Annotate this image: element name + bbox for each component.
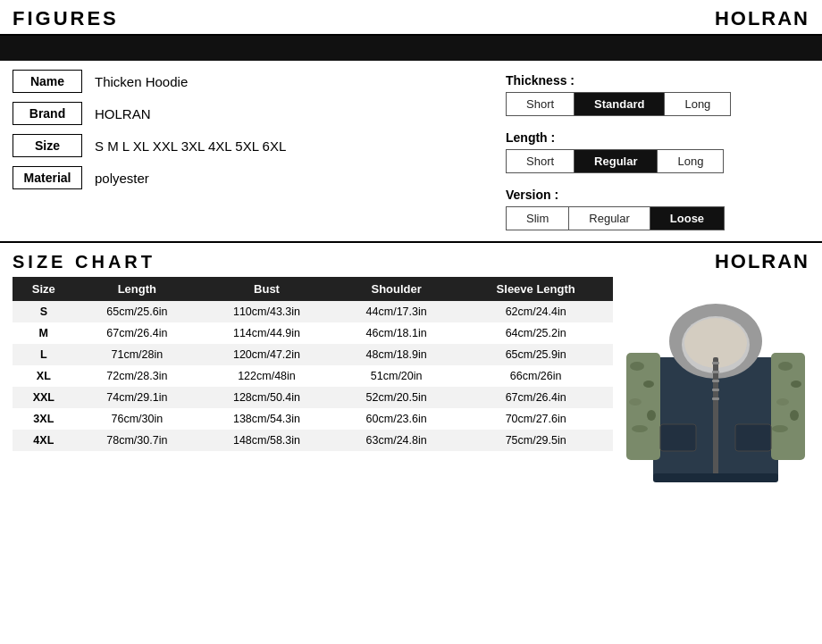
data-cell: 70cm/27.6in xyxy=(458,408,613,430)
field-value-material: polyester xyxy=(95,171,149,186)
option-buttons-2: SlimRegularLoose xyxy=(506,206,725,230)
svg-rect-24 xyxy=(653,473,778,482)
size-cell: XL xyxy=(13,365,75,387)
size-table-body: S65cm/25.6in110cm/43.3in44cm/17.3in62cm/… xyxy=(13,301,613,451)
col-header-bust: Bust xyxy=(199,277,334,301)
data-cell: 66cm/26in xyxy=(458,365,613,387)
option-group-2: Version :SlimRegularLoose xyxy=(506,188,809,230)
option-group-1: Length :ShortRegularLong xyxy=(506,130,809,173)
data-cell: 48cm/18.9in xyxy=(334,344,458,365)
field-label-brand: Brand xyxy=(13,102,82,125)
data-cell: 65cm/25.6in xyxy=(75,301,199,322)
size-cell: 4XL xyxy=(13,430,75,451)
field-row: NameThicken Hoodie xyxy=(13,70,506,93)
svg-rect-22 xyxy=(660,424,696,451)
data-cell: 62cm/24.4in xyxy=(458,301,613,322)
data-cell: 75cm/29.5in xyxy=(458,430,613,451)
figures-fields: NameThicken HoodieBrandHOLRANSizeS M L X… xyxy=(13,70,506,232)
svg-rect-19 xyxy=(712,380,719,382)
svg-rect-21 xyxy=(712,397,719,400)
field-value-size: S M L XL XXL 3XL 4XL 5XL 6XL xyxy=(95,138,286,154)
svg-point-6 xyxy=(647,410,656,421)
field-row: SizeS M L XL XXL 3XL 4XL 5XL 6XL xyxy=(13,134,506,157)
svg-point-11 xyxy=(790,410,799,421)
field-label-name: Name xyxy=(13,70,82,93)
data-cell: 78cm/30.7in xyxy=(75,430,199,451)
data-cell: 52cm/20.5in xyxy=(334,387,458,408)
figures-options: Thickness :ShortStandardLongLength :Shor… xyxy=(506,70,809,232)
option-btn-long[interactable]: Long xyxy=(665,93,730,115)
size-cell: L xyxy=(13,344,75,365)
field-value-brand: HOLRAN xyxy=(95,106,151,121)
svg-point-10 xyxy=(776,398,789,406)
data-cell: 67cm/26.4in xyxy=(75,322,199,344)
size-table-header: SizeLengthBustShoulderSleeve Length xyxy=(13,277,613,301)
field-label-material: Material xyxy=(13,166,82,189)
sizechart-header: SIZE CHART HOLRAN xyxy=(0,241,822,277)
data-cell: 122cm/48in xyxy=(199,365,334,387)
data-cell: 128cm/50.4in xyxy=(199,387,334,408)
svg-rect-20 xyxy=(712,389,719,391)
figures-body: NameThicken HoodieBrandHOLRANSizeS M L X… xyxy=(0,61,822,241)
size-table-header-row: SizeLengthBustShoulderSleeve Length xyxy=(13,277,613,301)
sizechart-body: SizeLengthBustShoulderSleeve Length S65c… xyxy=(0,277,822,491)
field-label-size: Size xyxy=(13,134,82,157)
svg-rect-17 xyxy=(712,362,719,364)
data-cell: 138cm/54.3in xyxy=(199,408,334,430)
data-cell: 76cm/30in xyxy=(75,408,199,430)
data-cell: 67cm/26.4in xyxy=(458,387,613,408)
size-table-row: XXL74cm/29.1in128cm/50.4in52cm/20.5in67c… xyxy=(13,387,613,408)
data-cell: 71cm/28in xyxy=(75,344,199,365)
option-btn-slim[interactable]: Slim xyxy=(507,207,569,230)
option-group-label-1: Length : xyxy=(506,130,809,145)
field-value-name: Thicken Hoodie xyxy=(95,74,188,89)
data-cell: 120cm/47.2in xyxy=(199,344,334,365)
svg-rect-23 xyxy=(735,424,771,451)
data-cell: 72cm/28.3in xyxy=(75,365,199,387)
data-cell: 74cm/29.1in xyxy=(75,387,199,408)
data-cell: 63cm/24.8in xyxy=(334,430,458,451)
svg-point-5 xyxy=(629,398,642,406)
data-cell: 114cm/44.9in xyxy=(199,322,334,344)
option-btn-standard[interactable]: Standard xyxy=(575,93,665,115)
col-header-length: Length xyxy=(75,277,199,301)
black-decorative-bar xyxy=(0,36,822,61)
figures-brand-logo: HOLRAN xyxy=(715,7,809,30)
size-cell: S xyxy=(13,301,75,322)
option-btn-short[interactable]: Short xyxy=(507,150,575,172)
data-cell: 46cm/18.1in xyxy=(334,322,458,344)
sizechart-title: SIZE CHART xyxy=(13,252,155,272)
option-group-label-2: Version : xyxy=(506,188,809,202)
option-btn-regular[interactable]: Regular xyxy=(575,150,658,172)
size-cell: 3XL xyxy=(13,408,75,430)
figures-header: FIGURES HOLRAN xyxy=(0,0,822,36)
option-btn-long[interactable]: Long xyxy=(658,150,723,172)
option-btn-loose[interactable]: Loose xyxy=(650,207,724,230)
col-header-size: Size xyxy=(13,277,75,301)
option-btn-regular[interactable]: Regular xyxy=(569,207,650,230)
sizechart-brand-logo: HOLRAN xyxy=(715,250,809,273)
svg-point-7 xyxy=(632,425,648,432)
data-cell: 110cm/43.3in xyxy=(199,301,334,322)
col-header-shoulder: Shoulder xyxy=(334,277,458,301)
svg-rect-18 xyxy=(712,371,719,373)
figures-title: FIGURES xyxy=(13,7,119,30)
data-cell: 44cm/17.3in xyxy=(334,301,458,322)
jacket-illustration xyxy=(626,277,805,482)
jacket-image-container xyxy=(622,277,809,482)
col-header-sleeve-length: Sleeve Length xyxy=(458,277,613,301)
svg-point-9 xyxy=(791,381,801,388)
size-table-row: M67cm/26.4in114cm/44.9in46cm/18.1in64cm/… xyxy=(13,322,613,344)
svg-point-12 xyxy=(772,425,788,432)
data-cell: 64cm/25.2in xyxy=(458,322,613,344)
option-buttons-0: ShortStandardLong xyxy=(506,92,731,116)
data-cell: 51cm/20in xyxy=(334,365,458,387)
option-btn-short[interactable]: Short xyxy=(507,93,575,115)
size-table-row: 3XL76cm/30in138cm/54.3in60cm/23.6in70cm/… xyxy=(13,408,613,430)
option-group-label-0: Thickness : xyxy=(506,73,809,88)
size-cell: M xyxy=(13,322,75,344)
option-buttons-1: ShortRegularLong xyxy=(506,149,724,173)
data-cell: 65cm/25.9in xyxy=(458,344,613,365)
field-row: BrandHOLRAN xyxy=(13,102,506,125)
size-cell: XXL xyxy=(13,387,75,408)
